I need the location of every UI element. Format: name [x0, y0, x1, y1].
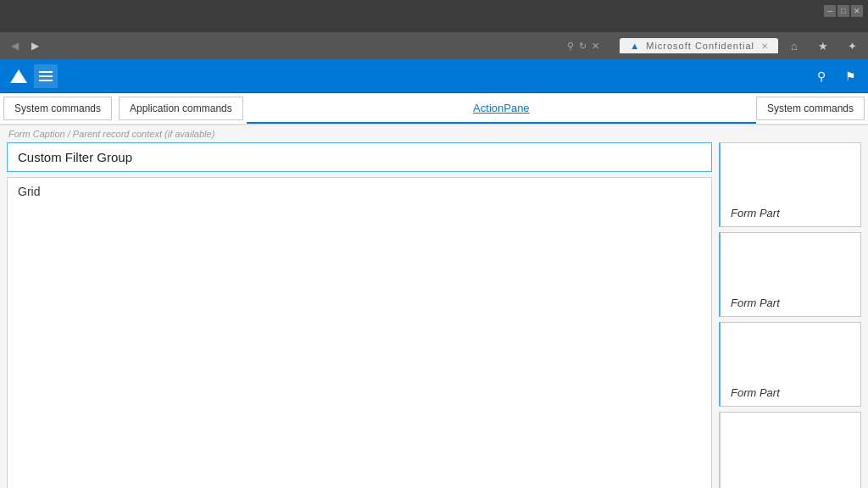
search-icon: ⚲ — [567, 41, 574, 52]
action-pane: System commands Application commands Act… — [0, 93, 868, 125]
app-toolbar: ⚲ ⚑ — [0, 59, 868, 93]
custom-filter-group-title: Custom Filter Group — [18, 150, 132, 164]
reload-icon: ↻ — [579, 41, 587, 52]
system-commands-right-label: System commands — [767, 103, 854, 114]
restore-button[interactable]: □ — [837, 5, 849, 17]
active-tab[interactable]: ▲ Microsoft Confidential ✕ — [620, 38, 778, 53]
system-commands-right-button[interactable]: System commands — [756, 97, 865, 120]
close-icon: ✕ — [592, 41, 599, 52]
application-commands-button[interactable]: Application commands — [119, 97, 243, 120]
content-area: Custom Filter Group Grid Form Part Form … — [0, 142, 868, 488]
toolbar-right-actions: ⚲ ⚑ — [810, 65, 861, 87]
forward-button[interactable]: ▶ — [25, 36, 44, 55]
hamburger-menu-button[interactable] — [34, 64, 58, 88]
menu-line-3 — [39, 80, 53, 81]
right-panel: Form Part Form Part Form Part FactBox Co… — [719, 142, 861, 488]
tab-logo: ▲ — [630, 41, 639, 51]
breadcrumb: Form Caption / Parent record context (if… — [0, 125, 868, 142]
logo-icon — [8, 66, 29, 86]
application-commands-label: Application commands — [130, 103, 232, 114]
back-button[interactable]: ◀ — [5, 36, 24, 55]
factbox-container: FactBox Container — [719, 412, 861, 488]
form-part-label-3: Form Part — [731, 386, 780, 399]
system-commands-left-button[interactable]: System commands — [3, 97, 112, 120]
browser-right-actions: ⌂ ★ ✦ — [783, 35, 863, 57]
form-part-box-1: Form Part — [719, 142, 861, 227]
browser-chrome: ─ □ ✕ — [0, 0, 868, 32]
system-commands-left-label: System commands — [14, 103, 101, 114]
tab-bar: ◀ ▶ ⚲ ↻ ✕ ▲ Microsoft Confidential ✕ ⌂ ★… — [0, 32, 868, 59]
close-button[interactable]: ✕ — [851, 5, 863, 17]
app-logo — [7, 64, 31, 88]
form-part-label-2: Form Part — [731, 297, 780, 309]
left-panel: Custom Filter Group Grid — [7, 142, 712, 488]
grid-box[interactable]: Grid — [7, 177, 712, 488]
address-input[interactable] — [64, 41, 562, 51]
tab-close-button[interactable]: ✕ — [761, 42, 768, 51]
menu-line-1 — [39, 71, 53, 73]
address-icons: ⚲ ↻ ✕ — [567, 41, 599, 52]
toolbar-search-button[interactable]: ⚲ — [810, 65, 832, 87]
grid-label: Grid — [18, 185, 40, 198]
browser-settings-button[interactable]: ✦ — [841, 35, 863, 57]
form-part-box-3: Form Part — [719, 322, 861, 407]
window-controls-top: ─ □ ✕ — [824, 5, 863, 17]
action-pane-label: ActionPane — [247, 93, 756, 124]
toolbar-flag-button[interactable]: ⚑ — [839, 65, 861, 87]
form-part-box-2: Form Part — [719, 232, 861, 317]
browser-star-button[interactable]: ★ — [812, 35, 834, 57]
main-content: Form Caption / Parent record context (if… — [0, 125, 868, 488]
form-part-label-1: Form Part — [731, 207, 780, 219]
custom-filter-group-box: Custom Filter Group — [7, 142, 712, 172]
nav-arrows: ◀ ▶ — [5, 36, 44, 55]
minimize-button[interactable]: ─ — [824, 5, 836, 17]
svg-marker-0 — [10, 69, 27, 83]
browser-home-button[interactable]: ⌂ — [783, 35, 805, 57]
address-bar: ⚲ ↻ ✕ — [56, 36, 608, 55]
tab-label: Microsoft Confidential — [646, 41, 754, 51]
menu-line-2 — [39, 75, 53, 77]
